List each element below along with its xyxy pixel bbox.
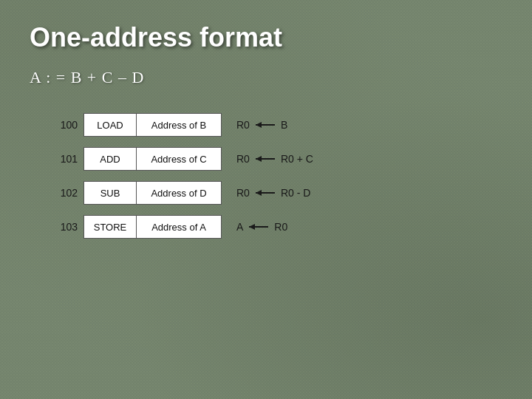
formula: A : = B + C – D <box>30 68 502 87</box>
svg-marker-5 <box>256 190 262 196</box>
operand-cell: Address of D <box>137 181 222 205</box>
opcode-cell: SUB <box>83 181 137 205</box>
operand-cell: Address of C <box>137 147 222 171</box>
page-title: One-address format <box>30 22 502 53</box>
effect-value: R0 + C <box>281 153 313 165</box>
effect-cell: R0 R0 + C <box>236 153 313 165</box>
effect-cell: R0 B <box>236 119 287 131</box>
arrow-left-icon <box>254 120 276 130</box>
svg-marker-3 <box>256 156 262 162</box>
effect-value: R0 <box>274 221 287 233</box>
table-row: 100 LOAD Address of B R0 B <box>44 113 502 137</box>
effect-register: A <box>236 221 243 233</box>
effect-cell: R0 R0 - D <box>236 187 310 199</box>
effect-register: R0 <box>236 153 250 165</box>
instruction-table: 100 LOAD Address of B R0 B 101 ADD Addre… <box>44 113 502 239</box>
effect-register: R0 <box>236 119 250 131</box>
opcode-cell: STORE <box>83 215 137 239</box>
operand-cell: Address of B <box>137 113 222 137</box>
arrow-left-icon <box>248 222 270 232</box>
svg-marker-7 <box>249 224 255 230</box>
address-number: 100 <box>44 119 78 131</box>
address-number: 101 <box>44 153 78 165</box>
opcode-cell: ADD <box>83 147 137 171</box>
arrow-left-icon <box>254 154 276 164</box>
address-number: 102 <box>44 187 78 199</box>
effect-cell: A R0 <box>236 221 287 233</box>
address-number: 103 <box>44 221 78 233</box>
svg-marker-1 <box>256 122 262 128</box>
effect-value: B <box>281 119 287 131</box>
operand-cell: Address of A <box>137 215 222 239</box>
effect-value: R0 - D <box>281 187 310 199</box>
table-row: 101 ADD Address of C R0 R0 + C <box>44 147 502 171</box>
opcode-cell: LOAD <box>83 113 137 137</box>
effect-register: R0 <box>236 187 250 199</box>
table-row: 103 STORE Address of A A R0 <box>44 215 502 239</box>
arrow-left-icon <box>254 188 276 198</box>
table-row: 102 SUB Address of D R0 R0 - D <box>44 181 502 205</box>
